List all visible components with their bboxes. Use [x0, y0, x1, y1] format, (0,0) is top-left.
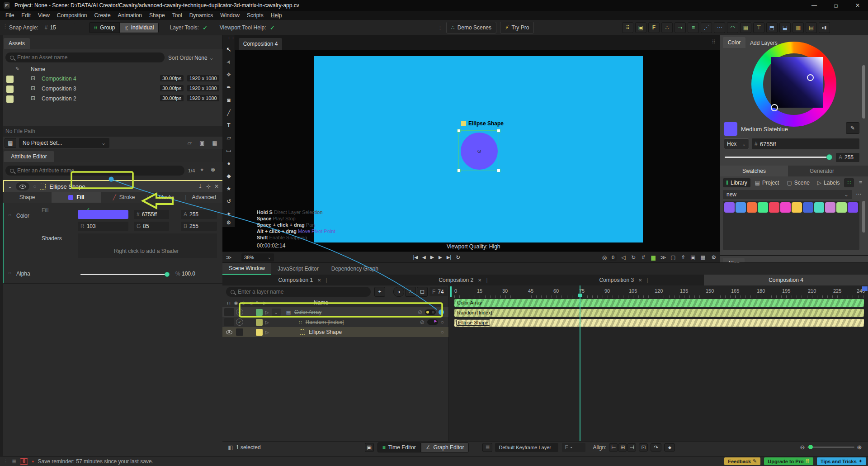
close-tab-icon[interactable]: ✕: [317, 278, 321, 283]
close-tab-icon[interactable]: ✕: [638, 278, 642, 283]
pipette-icon[interactable]: ✎: [256, 300, 259, 305]
camera-tool[interactable]: ◙: [222, 94, 235, 106]
snap-angle-input[interactable]: # 15: [42, 23, 75, 32]
menu-composition[interactable]: Composition: [53, 12, 91, 19]
visibility-toggle[interactable]: [16, 182, 29, 190]
tab-scene-window[interactable]: Scene Window: [222, 263, 271, 275]
scene-button[interactable]: ▢ Scene: [783, 178, 812, 187]
frame-field[interactable]: F74: [429, 287, 448, 296]
hex-value-field[interactable]: #6755ff: [752, 138, 859, 149]
refresh-icon[interactable]: ↻: [628, 254, 638, 261]
color-alpha-field[interactable]: A255: [836, 153, 859, 162]
close-attribute-icon[interactable]: ✕: [214, 183, 219, 190]
menu-file[interactable]: File: [2, 12, 18, 19]
selection-handle[interactable]: [497, 169, 500, 172]
solo-view-icon[interactable]: ◎: [599, 254, 609, 261]
toolbar-icon-hammer[interactable]: ⊤: [753, 22, 764, 33]
eyedropper-button[interactable]: ✎: [846, 122, 859, 134]
pan-tool[interactable]: ❖: [222, 69, 235, 81]
rectangle-tool[interactable]: ▭: [222, 145, 235, 157]
layer-swatch[interactable]: [256, 309, 263, 316]
grid-view-button[interactable]: ∷: [844, 178, 854, 187]
comp-tab-composition-2[interactable]: Composition 2 ✕ |: [383, 275, 543, 285]
alpha-slider[interactable]: [80, 274, 167, 275]
pen-tool[interactable]: ✒: [222, 81, 235, 93]
timeline-zoom-out[interactable]: ⊖: [797, 444, 807, 451]
direct-select-tool[interactable]: ➤: [221, 53, 237, 70]
swatch[interactable]: [780, 202, 791, 213]
hex-field[interactable]: #6755ff: [134, 210, 169, 219]
list-view-button[interactable]: ≡: [855, 178, 865, 187]
kf-align-left-button[interactable]: ⊢: [609, 443, 618, 452]
feedback-button[interactable]: Feedback✎: [724, 457, 760, 465]
loop-button[interactable]: ↻: [453, 254, 462, 261]
menu-create[interactable]: Create: [91, 12, 114, 19]
panel-scrollbar[interactable]: [862, 65, 865, 119]
keyframe-layer-dropdown[interactable]: Default Keyframe Layer: [495, 443, 558, 452]
toolbar-icon-connect-arrow[interactable]: ⇢: [675, 22, 686, 33]
zoom-to-attribute-icon[interactable]: ⌖: [198, 166, 206, 173]
snapshot-icon[interactable]: ▣: [688, 254, 698, 261]
playhead-handle[interactable]: [578, 294, 582, 297]
toolbar-icon-forge[interactable]: F: [648, 22, 660, 33]
box-icon[interactable]: ◇: [242, 300, 245, 305]
toggle-pill[interactable]: [425, 309, 436, 315]
tab-stroke[interactable]: ╱ Stroke: [101, 192, 146, 203]
enabled-check[interactable]: ✓: [236, 309, 243, 316]
project-folder-button[interactable]: ▤: [5, 138, 16, 148]
eye-icon[interactable]: ◉: [234, 300, 238, 305]
sv-selector[interactable]: [807, 74, 814, 81]
keyframe-list-icon[interactable]: ≣: [482, 443, 492, 452]
menu-help[interactable]: Help: [267, 12, 286, 19]
current-color-swatch[interactable]: [724, 122, 737, 136]
timeline-zoom-slider[interactable]: [807, 447, 854, 448]
expand-chevron[interactable]: ⌄: [272, 309, 281, 316]
play-button[interactable]: ▶: [428, 254, 436, 260]
graph-editor-button[interactable]: ∠ Graph Editor: [421, 442, 469, 452]
monitor-out-icon[interactable]: ▢: [668, 254, 678, 261]
swatch[interactable]: [836, 202, 847, 213]
red-field[interactable]: R103: [78, 222, 128, 231]
color-alpha-slider[interactable]: [725, 157, 830, 158]
swatch-set-dropdown[interactable]: new ⌄: [723, 190, 852, 199]
wire-endpoint-dot[interactable]: [439, 309, 444, 315]
add-layer-button[interactable]: +: [374, 287, 385, 297]
layer-swatch[interactable]: [256, 319, 263, 326]
toolbar-icon-scatter[interactable]: ∴: [661, 22, 673, 33]
keyframe-circle[interactable]: ○: [441, 319, 444, 325]
toolbar-icon-arc[interactable]: ◠: [727, 22, 738, 33]
swatch[interactable]: [736, 202, 746, 213]
layer-row-ellipse-shape[interactable]: ▷ Ellipse Shape ○: [222, 327, 448, 337]
alpha-slider-knob[interactable]: [165, 272, 170, 277]
layer-swatch[interactable]: [256, 329, 263, 336]
tab-dependency-graph[interactable]: Dependency Graph: [325, 263, 385, 275]
layer-search-input[interactable]: Enter a layer name: [226, 287, 371, 297]
clear-filter-icon[interactable]: ⊗: [209, 166, 217, 173]
tab-fill[interactable]: Fill: [52, 192, 101, 203]
more-tools[interactable]: ≫: [222, 254, 235, 261]
grid-icon[interactable]: ▦: [210, 140, 220, 146]
keyframe-circle[interactable]: ○: [8, 270, 11, 276]
time-editor-button[interactable]: ≡ Time Editor: [377, 442, 421, 452]
swatch[interactable]: [792, 202, 802, 213]
timeline-zoom-knob[interactable]: [808, 445, 813, 449]
group-toggle-button[interactable]: ⠿ Group: [89, 22, 120, 33]
maximize-button[interactable]: ▢: [826, 0, 846, 11]
toolbar-icon-dock-bottom[interactable]: ⬓: [779, 22, 791, 33]
playhead[interactable]: [580, 285, 580, 441]
new-folder-icon[interactable]: ▱: [184, 140, 194, 146]
settings-tool[interactable]: ⚙: [222, 218, 235, 227]
step-forward-button[interactable]: ▶: [436, 255, 444, 260]
project-set-dropdown[interactable]: No Project Set... ⌄: [19, 138, 109, 148]
screen-color-icon[interactable]: ▆: [648, 254, 658, 261]
filter-settings-button[interactable]: ⊟: [417, 287, 428, 297]
swatch[interactable]: [814, 202, 825, 213]
labels-button[interactable]: ▷ Labels: [814, 178, 843, 187]
toolbar-icon-layout-grid[interactable]: ⠿: [622, 22, 633, 33]
chevron-down-icon[interactable]: ⌄: [8, 183, 12, 190]
close-tab-icon[interactable]: ✕: [478, 278, 481, 283]
toolbar-icon-dock-rows[interactable]: ▤: [806, 22, 817, 33]
selection-handle[interactable]: [497, 129, 500, 133]
guides-icon[interactable]: ≫: [658, 254, 668, 261]
swatch[interactable]: [848, 202, 858, 213]
